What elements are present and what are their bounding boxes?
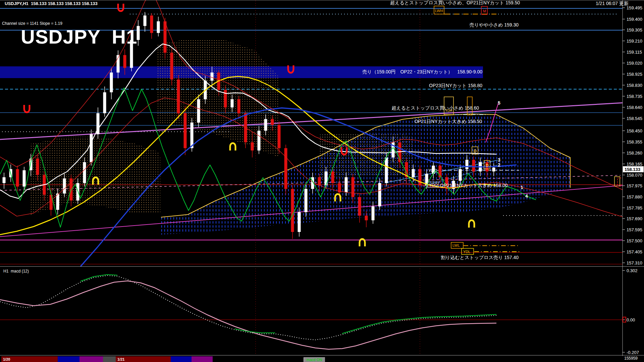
macd-green-seg3 xyxy=(342,314,496,334)
timeline-segment xyxy=(213,356,623,362)
macd-main-dotted xyxy=(0,276,496,340)
candle xyxy=(291,185,294,239)
price-axis-label: 157.690 xyxy=(627,216,642,221)
candle xyxy=(110,68,113,99)
price-axis-label: 157.595 xyxy=(627,227,642,232)
price-axis-label: 158.450 xyxy=(627,128,642,133)
candle xyxy=(103,86,106,117)
macd-indicator-label: H1 macd (12) xyxy=(3,269,29,274)
candle xyxy=(358,193,361,223)
candle xyxy=(284,145,287,195)
candle xyxy=(150,13,153,39)
price-axis-label: 158.260 xyxy=(627,150,642,156)
price-annotation: 売りやや小さめ 159.30 xyxy=(470,22,519,28)
candle xyxy=(197,95,200,127)
price-axis-label: 158.070 xyxy=(627,173,642,178)
candle xyxy=(90,129,93,166)
marker-label: M xyxy=(483,9,486,13)
buy-arrow-icon xyxy=(469,220,474,228)
macd-green-seg1 xyxy=(80,275,117,281)
price-axis-label: 158.165 xyxy=(627,162,642,167)
macd-axis-label: 0.302 xyxy=(627,268,638,273)
mt4-chart-window: LWHMYDHDDLWLYDLYDCYDO53214159.495159.400… xyxy=(0,0,644,362)
price-annotation: 割り込むとストップロス売り 157.40 xyxy=(441,255,519,261)
price-axis-label: 159.495 xyxy=(627,5,642,10)
bars-counter: 155959 xyxy=(624,356,638,361)
timeline-segment xyxy=(79,356,103,362)
marker-label: YDC xyxy=(428,168,437,173)
macd-signal-pink xyxy=(0,281,496,349)
candle xyxy=(144,12,147,32)
marker-label: YDL xyxy=(463,250,470,254)
ichimoku-cloud-left xyxy=(30,137,160,215)
watermark-title: USDJPY H1 xyxy=(21,25,137,48)
marker-label: 1 xyxy=(521,185,523,190)
timeline-segment xyxy=(192,356,213,362)
price-annotation: OP21日NYカット大きめ 158.00 xyxy=(440,183,508,189)
price-axis-label: 159.305 xyxy=(627,27,642,33)
timeline-segment xyxy=(171,356,192,362)
sell-arrow-icon xyxy=(118,4,123,11)
marker-label: 2 xyxy=(498,162,500,168)
price-axis-label: 158.735 xyxy=(627,94,642,99)
price-axis-label: 158.545 xyxy=(627,116,642,121)
candle xyxy=(305,184,308,217)
marker-label: YDO xyxy=(429,183,438,187)
current-price-value: 158.133 xyxy=(625,167,640,172)
marker-label: D xyxy=(486,163,489,168)
timeline-date-label: 1/20 xyxy=(3,357,10,361)
candle xyxy=(164,18,167,59)
update-timestamp: 1/21 06:07 更新 xyxy=(596,1,629,7)
candle xyxy=(184,106,187,155)
price-axis-label: 159.400 xyxy=(627,17,642,22)
marker-label: 3 xyxy=(498,157,500,163)
price-axis-label: 157.880 xyxy=(627,194,642,199)
buy-arrow-icon xyxy=(230,143,235,150)
candle xyxy=(177,75,180,119)
macd-toggle-button[interactable]: macd ON xyxy=(304,357,325,362)
price-axis-label: 157.975 xyxy=(627,183,642,188)
price-axis-label: 158.925 xyxy=(627,72,642,77)
symbol-ohlc-line: USDJPY,H1 158.133 158.133 158.133 158.13… xyxy=(5,1,98,6)
marker-label: 4 xyxy=(525,193,528,199)
price-axis-label: 159.210 xyxy=(627,39,642,44)
price-axis-label: 159.020 xyxy=(627,61,642,66)
price-annotation: OP23日NYカット 158.80 xyxy=(429,83,482,89)
timeline-date-label: 1/21 xyxy=(117,357,124,361)
price-axis-label: 157.405 xyxy=(627,249,642,254)
price-chart-canvas: LWHMYDHDDLWLYDLYDCYDO53214159.495159.400… xyxy=(0,0,644,362)
macd-axis-label: -0.207 xyxy=(627,350,639,355)
price-axis-label: 158.640 xyxy=(627,105,642,110)
price-annotation: 超えるとストップロス買い小さめ 158.60 xyxy=(391,105,479,111)
candle xyxy=(378,178,381,210)
price-annotation: 売り（159.00円 OP22・23日NYカット） 158.90-9.00 xyxy=(362,69,482,75)
price-axis-label: 158.355 xyxy=(627,139,642,144)
marker-label: LWH xyxy=(435,9,443,13)
price-axis-label: 157.785 xyxy=(627,205,642,210)
candle xyxy=(3,173,6,189)
marker-label: LWL xyxy=(452,243,460,247)
candle xyxy=(157,17,160,37)
price-axis-label: 159.115 xyxy=(627,50,642,55)
candle xyxy=(16,166,19,191)
macd-axis-label: 0.00 xyxy=(627,317,635,322)
timeline-segment xyxy=(58,356,79,362)
candle xyxy=(97,107,100,139)
price-annotation: OP21日NYカット大きめ 158.50 xyxy=(414,119,482,125)
channel-info-label: Channel size = 1141 Slope = 1.19 xyxy=(2,21,62,26)
timeline-segment xyxy=(103,356,116,362)
price-axis-label: 158.830 xyxy=(627,83,642,88)
price-axis-label: 157.500 xyxy=(627,238,642,243)
price-axis-label: 157.310 xyxy=(627,260,642,265)
price-annotation: 超えるとストップロス買い小さめ、OP21日NYカット 159.50 xyxy=(390,0,520,6)
marker-label: 5 xyxy=(498,100,500,106)
sell-arrow-icon xyxy=(24,105,30,112)
marker-label: D xyxy=(474,149,477,154)
